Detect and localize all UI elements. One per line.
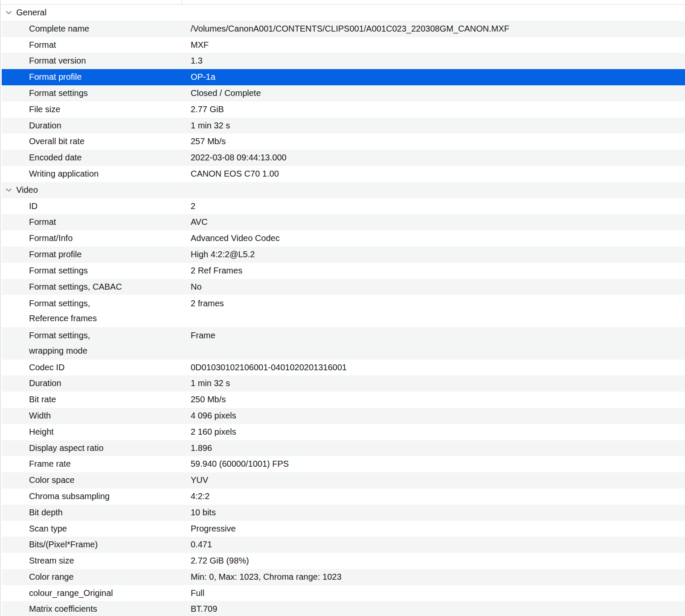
- row-label: Bit rate: [2, 392, 191, 408]
- row-value: YUV: [191, 472, 685, 488]
- chevron-down-icon[interactable]: [6, 188, 12, 192]
- row-value: 4 096 pixels: [191, 408, 685, 424]
- chevron-down-icon[interactable]: [6, 11, 12, 15]
- row-label: Writing application: [2, 166, 191, 182]
- row-value: 2 Ref Frames: [191, 263, 685, 279]
- row-value: 4:2:2: [191, 488, 685, 505]
- table-row[interactable]: Format settings 2 Ref Frames: [2, 263, 685, 279]
- table-row[interactable]: Display aspect ratio 1.896: [2, 440, 685, 456]
- table-row[interactable]: Stream size 2.72 GiB (98%): [2, 553, 685, 569]
- row-label: Format version: [2, 53, 191, 69]
- table-row[interactable]: Frame rate 59.940 (60000/1001) FPS: [2, 456, 685, 472]
- table-row[interactable]: Format/Info Advanced Video Codec: [2, 230, 685, 247]
- table-row[interactable]: Format settings, Reference frames 2 fram…: [2, 295, 685, 327]
- row-label: File size: [2, 102, 191, 118]
- table-row[interactable]: Bit rate 250 Mb/s: [2, 392, 685, 408]
- row-value: 250 Mb/s: [191, 392, 685, 408]
- row-label: Scan type: [2, 521, 191, 537]
- section-row-video[interactable]: Video: [2, 182, 685, 198]
- row-value: Progressive: [191, 521, 685, 537]
- row-value: MXF: [191, 37, 685, 53]
- row-label: Video: [16, 182, 38, 198]
- table-row[interactable]: Complete name /Volumes/CanonA001/CONTENT…: [2, 21, 685, 37]
- row-label: Chroma subsampling: [2, 488, 191, 505]
- row-label: Frame rate: [2, 456, 191, 472]
- row-value: 1.3: [191, 53, 685, 69]
- row-label: Bits/(Pixel*Frame): [2, 537, 191, 553]
- row-label: Stream size: [2, 553, 191, 569]
- row-value: Full: [191, 585, 685, 601]
- row-label: Bit depth: [2, 505, 191, 521]
- row-label: Format settings: [2, 85, 191, 102]
- row-value: 0D01030102106001-0401020201316001: [191, 360, 685, 376]
- row-value: 2 frames: [191, 295, 685, 327]
- row-value: AVC: [191, 214, 685, 230]
- table-row[interactable]: Color range Min: 0, Max: 1023, Chroma ra…: [2, 569, 685, 585]
- row-label: Height: [2, 424, 191, 440]
- mediainfo-table: General Complete name /Volumes/CanonA001…: [0, 5, 685, 616]
- table-row[interactable]: Codec ID 0D01030102106001-04010202013160…: [2, 360, 685, 376]
- row-label: Width: [2, 408, 191, 424]
- row-value: High 4:2:2@L5.2: [191, 247, 685, 263]
- row-value: 59.940 (60000/1001) FPS: [191, 456, 685, 472]
- row-value: 10 bits: [191, 505, 685, 521]
- row-value: Advanced Video Codec: [191, 230, 685, 247]
- table-row[interactable]: Duration 1 min 32 s: [2, 375, 685, 392]
- row-value: 1.896: [191, 440, 685, 456]
- table-row[interactable]: Format settings, wrapping mode Frame: [2, 327, 685, 360]
- table-row[interactable]: Width 4 096 pixels: [2, 408, 685, 424]
- row-label: Format profile: [2, 247, 191, 263]
- table-row[interactable]: Bit depth 10 bits: [2, 505, 685, 521]
- row-label: Format: [2, 214, 191, 230]
- section-row-general[interactable]: General: [2, 5, 685, 21]
- row-value: 1 min 32 s: [191, 375, 685, 392]
- row-value: 2: [191, 198, 685, 215]
- row-value: OP-1a: [191, 69, 685, 85]
- table-row[interactable]: ID 2: [2, 198, 685, 215]
- row-value: 2 160 pixels: [191, 424, 685, 440]
- row-label: Format settings, wrapping mode: [2, 327, 191, 360]
- table-row[interactable]: Format version 1.3: [2, 53, 685, 69]
- row-value: /Volumes/CanonA001/CONTENTS/CLIPS001/A00…: [191, 21, 685, 37]
- row-label: Encoded date: [2, 150, 191, 166]
- row-value: 2.77 GiB: [191, 102, 685, 118]
- row-label: Format settings, Reference frames: [2, 295, 191, 327]
- table-row[interactable]: Writing application CANON EOS C70 1.00: [2, 166, 685, 182]
- row-label: Color range: [2, 569, 191, 585]
- table-row[interactable]: Bits/(Pixel*Frame) 0.471: [2, 537, 685, 553]
- row-label: ID: [2, 198, 191, 215]
- column-header-strip: [0, 0, 685, 5]
- table-row[interactable]: Matrix coefficients BT.709: [2, 601, 685, 616]
- row-value: No: [191, 279, 685, 295]
- row-value: 0.471: [191, 537, 685, 553]
- table-row[interactable]: Color space YUV: [2, 472, 685, 488]
- row-label: colour_range_Original: [2, 585, 191, 601]
- row-value: CANON EOS C70 1.00: [191, 166, 685, 182]
- row-label: Display aspect ratio: [2, 440, 191, 456]
- row-label: Format: [2, 37, 191, 53]
- table-row[interactable]: Format settings, CABAC No: [2, 279, 685, 295]
- row-value: BT.709: [191, 601, 685, 616]
- table-row[interactable]: Encoded date 2022-03-08 09:44:13.000: [2, 150, 685, 166]
- table-row[interactable]: Format AVC: [2, 214, 685, 230]
- table-row[interactable]: Overall bit rate 257 Mb/s: [2, 134, 685, 150]
- table-row[interactable]: Format MXF: [2, 37, 685, 53]
- table-row[interactable]: File size 2.77 GiB: [2, 102, 685, 118]
- table-row[interactable]: Format settings Closed / Complete: [2, 85, 685, 102]
- table-row[interactable]: Chroma subsampling 4:2:2: [2, 488, 685, 505]
- table-row[interactable]: Height 2 160 pixels: [2, 424, 685, 440]
- row-label: Duration: [2, 118, 191, 134]
- table-row[interactable]: Format profile High 4:2:2@L5.2: [2, 247, 685, 263]
- row-value: 2.72 GiB (98%): [191, 553, 685, 569]
- row-label: Format/Info: [2, 230, 191, 247]
- row-label: Color space: [2, 472, 191, 488]
- table-row[interactable]: colour_range_Original Full: [2, 585, 685, 601]
- table-row[interactable]: Duration 1 min 32 s: [2, 118, 685, 134]
- row-value: Closed / Complete: [191, 85, 685, 102]
- table-row[interactable]: Scan type Progressive: [2, 521, 685, 537]
- row-label: General: [16, 5, 46, 21]
- row-label: Duration: [2, 375, 191, 392]
- column-divider: [182, 0, 182, 4]
- table-row[interactable]: Format profile OP-1a: [2, 69, 685, 85]
- row-label: Complete name: [2, 21, 191, 37]
